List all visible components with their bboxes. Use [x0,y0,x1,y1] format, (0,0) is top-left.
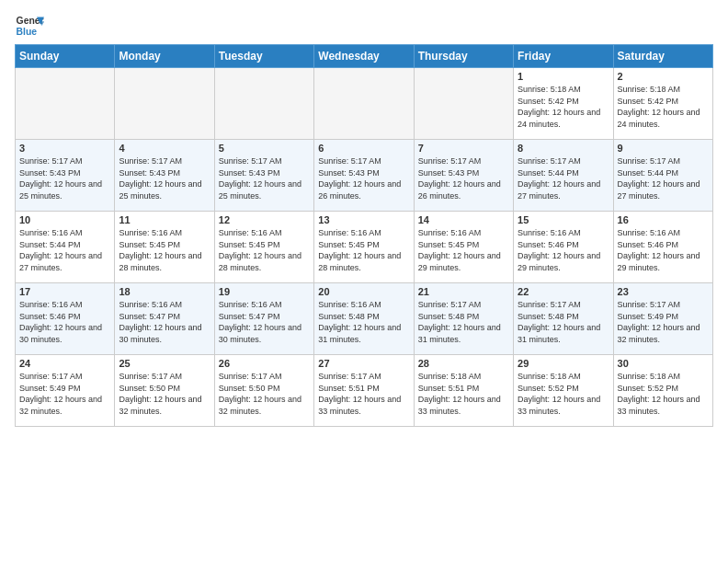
day-number: 2 [618,71,709,82]
day-number: 30 [618,358,709,369]
day-cell: 9 Sunrise: 5:17 AMSunset: 5:44 PMDayligh… [613,140,712,212]
day-number: 9 [618,143,709,154]
day-number: 5 [219,143,310,154]
weekday-header-tuesday: Tuesday [214,45,313,68]
day-cell: 23 Sunrise: 5:17 AMSunset: 5:49 PMDaylig… [613,283,712,355]
day-number: 25 [119,358,210,369]
day-cell: 5 Sunrise: 5:17 AMSunset: 5:43 PMDayligh… [214,140,313,212]
day-info: Sunrise: 5:16 AMSunset: 5:45 PMDaylight:… [219,227,310,273]
day-cell: 25 Sunrise: 5:17 AMSunset: 5:50 PMDaylig… [115,355,214,427]
day-info: Sunrise: 5:17 AMSunset: 5:43 PMDaylight:… [19,155,110,201]
day-cell: 17 Sunrise: 5:16 AMSunset: 5:46 PMDaylig… [16,283,115,355]
day-info: Sunrise: 5:16 AMSunset: 5:46 PMDaylight:… [618,227,709,273]
day-cell: 13 Sunrise: 5:16 AMSunset: 5:45 PMDaylig… [314,212,414,283]
day-info: Sunrise: 5:16 AMSunset: 5:47 PMDaylight:… [219,299,310,345]
day-number: 21 [418,286,509,297]
day-number: 14 [418,214,509,225]
day-cell [16,68,115,140]
day-info: Sunrise: 5:17 AMSunset: 5:43 PMDaylight:… [318,155,409,201]
day-info: Sunrise: 5:16 AMSunset: 5:46 PMDaylight:… [19,299,110,345]
svg-text:Blue: Blue [17,27,38,37]
day-number: 12 [219,214,310,225]
day-cell: 24 Sunrise: 5:17 AMSunset: 5:49 PMDaylig… [16,355,115,427]
day-number: 1 [518,71,609,82]
logo: General Blue [15,11,44,40]
day-number: 6 [318,143,409,154]
week-row-3: 10 Sunrise: 5:16 AMSunset: 5:44 PMDaylig… [16,212,713,283]
day-number: 24 [19,358,110,369]
day-info: Sunrise: 5:17 AMSunset: 5:51 PMDaylight:… [318,371,409,417]
day-info: Sunrise: 5:16 AMSunset: 5:44 PMDaylight:… [19,227,110,273]
day-cell: 14 Sunrise: 5:16 AMSunset: 5:45 PMDaylig… [414,212,513,283]
page-container: General Blue SundayMondayTuesdayWednesda… [0,0,728,434]
day-number: 16 [618,214,709,225]
day-cell: 22 Sunrise: 5:17 AMSunset: 5:48 PMDaylig… [514,283,613,355]
day-info: Sunrise: 5:18 AMSunset: 5:52 PMDaylight:… [518,371,609,417]
day-cell [214,68,313,140]
day-cell: 16 Sunrise: 5:16 AMSunset: 5:46 PMDaylig… [613,212,712,283]
day-cell [115,68,214,140]
day-info: Sunrise: 5:16 AMSunset: 5:47 PMDaylight:… [119,299,210,345]
day-info: Sunrise: 5:17 AMSunset: 5:44 PMDaylight:… [518,155,609,201]
week-row-5: 24 Sunrise: 5:17 AMSunset: 5:49 PMDaylig… [16,355,713,427]
day-cell: 20 Sunrise: 5:16 AMSunset: 5:48 PMDaylig… [314,283,414,355]
day-info: Sunrise: 5:16 AMSunset: 5:45 PMDaylight:… [119,227,210,273]
day-cell: 26 Sunrise: 5:17 AMSunset: 5:50 PMDaylig… [214,355,313,427]
week-row-1: 1 Sunrise: 5:18 AMSunset: 5:42 PMDayligh… [16,68,713,140]
day-number: 20 [318,286,409,297]
day-cell: 28 Sunrise: 5:18 AMSunset: 5:51 PMDaylig… [414,355,513,427]
weekday-header-monday: Monday [115,45,214,68]
day-info: Sunrise: 5:16 AMSunset: 5:45 PMDaylight:… [318,227,409,273]
day-info: Sunrise: 5:17 AMSunset: 5:44 PMDaylight:… [618,155,709,201]
day-info: Sunrise: 5:17 AMSunset: 5:49 PMDaylight:… [618,299,709,345]
weekday-header-thursday: Thursday [414,45,513,68]
day-number: 3 [19,143,110,154]
day-number: 26 [219,358,310,369]
day-number: 19 [219,286,310,297]
day-cell: 18 Sunrise: 5:16 AMSunset: 5:47 PMDaylig… [115,283,214,355]
day-cell: 27 Sunrise: 5:17 AMSunset: 5:51 PMDaylig… [314,355,414,427]
day-number: 8 [518,143,609,154]
day-info: Sunrise: 5:16 AMSunset: 5:48 PMDaylight:… [318,299,409,345]
day-info: Sunrise: 5:16 AMSunset: 5:45 PMDaylight:… [418,227,509,273]
day-info: Sunrise: 5:18 AMSunset: 5:42 PMDaylight:… [618,84,709,130]
day-cell: 21 Sunrise: 5:17 AMSunset: 5:48 PMDaylig… [414,283,513,355]
day-number: 28 [418,358,509,369]
day-cell: 11 Sunrise: 5:16 AMSunset: 5:45 PMDaylig… [115,212,214,283]
weekday-header-sunday: Sunday [16,45,115,68]
day-info: Sunrise: 5:17 AMSunset: 5:43 PMDaylight:… [119,155,210,201]
day-cell: 4 Sunrise: 5:17 AMSunset: 5:43 PMDayligh… [115,140,214,212]
day-info: Sunrise: 5:18 AMSunset: 5:51 PMDaylight:… [418,371,509,417]
day-cell: 15 Sunrise: 5:16 AMSunset: 5:46 PMDaylig… [514,212,613,283]
day-cell: 6 Sunrise: 5:17 AMSunset: 5:43 PMDayligh… [314,140,414,212]
weekday-header-saturday: Saturday [613,45,712,68]
day-number: 23 [618,286,709,297]
header: General Blue [15,11,713,40]
day-number: 4 [119,143,210,154]
day-number: 13 [318,214,409,225]
day-cell [314,68,414,140]
day-number: 7 [418,143,509,154]
day-cell: 7 Sunrise: 5:17 AMSunset: 5:43 PMDayligh… [414,140,513,212]
day-number: 18 [119,286,210,297]
day-cell: 1 Sunrise: 5:18 AMSunset: 5:42 PMDayligh… [514,68,613,140]
day-number: 10 [19,214,110,225]
day-info: Sunrise: 5:17 AMSunset: 5:43 PMDaylight:… [219,155,310,201]
weekday-header-wednesday: Wednesday [314,45,414,68]
day-info: Sunrise: 5:17 AMSunset: 5:43 PMDaylight:… [418,155,509,201]
day-cell: 12 Sunrise: 5:16 AMSunset: 5:45 PMDaylig… [214,212,313,283]
day-cell: 2 Sunrise: 5:18 AMSunset: 5:42 PMDayligh… [613,68,712,140]
day-number: 27 [318,358,409,369]
week-row-4: 17 Sunrise: 5:16 AMSunset: 5:46 PMDaylig… [16,283,713,355]
day-number: 29 [518,358,609,369]
day-info: Sunrise: 5:17 AMSunset: 5:50 PMDaylight:… [119,371,210,417]
day-info: Sunrise: 5:17 AMSunset: 5:50 PMDaylight:… [219,371,310,417]
day-info: Sunrise: 5:18 AMSunset: 5:52 PMDaylight:… [618,371,709,417]
day-cell: 29 Sunrise: 5:18 AMSunset: 5:52 PMDaylig… [514,355,613,427]
logo-icon: General Blue [15,11,44,40]
weekday-header-friday: Friday [514,45,613,68]
header-row: SundayMondayTuesdayWednesdayThursdayFrid… [16,45,713,68]
week-row-2: 3 Sunrise: 5:17 AMSunset: 5:43 PMDayligh… [16,140,713,212]
day-number: 22 [518,286,609,297]
day-number: 15 [518,214,609,225]
